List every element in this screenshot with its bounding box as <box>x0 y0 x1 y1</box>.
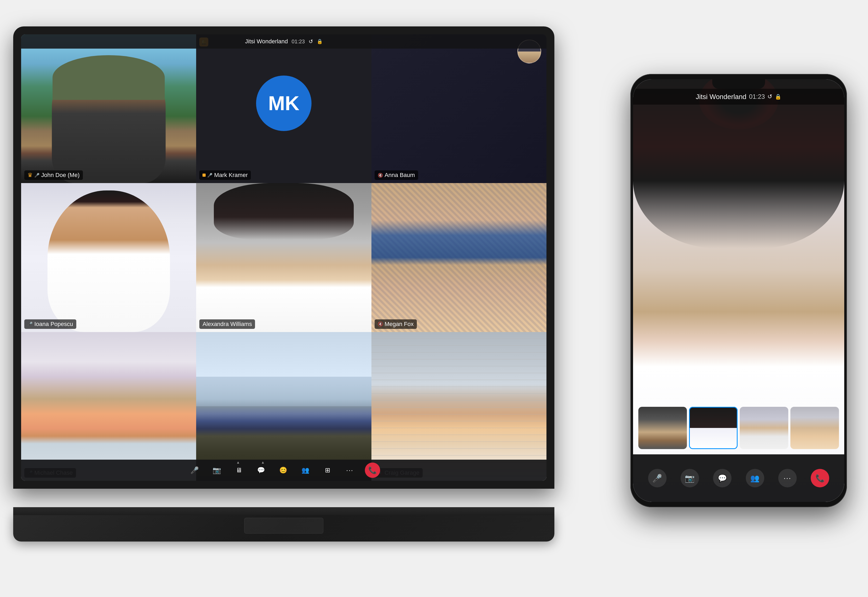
john-doe-label: ♛ 🎤 John Doe (Me) <box>24 170 83 180</box>
phone-thumb-1[interactable] <box>638 407 687 449</box>
cell-john-doe[interactable]: ♛ 🎤 John Doe (Me) <box>21 34 196 183</box>
scene: Jitsi Wonderland 01:23 ↺ 🔒 <box>0 0 868 597</box>
laptop-base <box>13 512 554 542</box>
mic-icon-mark: 🎤 <box>207 173 212 178</box>
phone-mic-button[interactable]: 🎤 <box>648 469 667 487</box>
laptop-title: Jitsi Wonderland <box>245 38 288 45</box>
ioana-name: Ioana Popescu <box>34 321 73 328</box>
end-call-button[interactable]: 📞 <box>365 463 380 478</box>
cell-ioana-popescu[interactable]: 🎤 Ioana Popescu <box>21 183 196 332</box>
reload-icon[interactable]: ↺ <box>309 38 313 45</box>
megan-fox-label: 🔇 Megan Fox <box>375 319 417 329</box>
screen-share-button[interactable]: 🖥 <box>232 463 246 477</box>
cell-alexandra-williams[interactable]: Alexandra Williams <box>196 183 371 332</box>
chat-button[interactable]: 💬 <box>254 463 268 477</box>
michael-bg <box>21 332 196 481</box>
alexandra-williams-label: Alexandra Williams <box>199 319 255 329</box>
alexandra-name: Alexandra Williams <box>203 321 252 328</box>
phone-thumb-alexandra[interactable] <box>689 407 738 449</box>
mark-kramer-label: 🎤 Mark Kramer <box>199 170 251 180</box>
john-cap <box>53 55 165 100</box>
laptop-screen: Jitsi Wonderland 01:23 ↺ 🔒 <box>21 34 547 481</box>
alexandra-hair <box>214 183 354 240</box>
mic-up-arrow: ▲ <box>236 460 240 464</box>
megan-name: Megan Fox <box>385 321 414 328</box>
trackpad[interactable] <box>244 518 323 534</box>
mic-button[interactable]: 🎤 <box>187 463 202 477</box>
beanie-bg <box>196 332 371 481</box>
cell-unknown-beanie[interactable] <box>196 332 371 481</box>
cell-michael-chase[interactable]: 🎤 Michael Chase <box>21 332 196 481</box>
phone-toolbar: 🎤 📷 💬 👥 ··· 📞 <box>633 454 844 502</box>
mark-orange-dot <box>203 174 206 177</box>
phone-thumb-4[interactable] <box>790 407 839 449</box>
laptop-hinge <box>13 507 554 515</box>
mic-muted-icon: 🔇 <box>378 173 383 178</box>
phone-camera-button[interactable]: 📷 <box>681 469 699 487</box>
anna-baum-label: 🔇 Anna Baum <box>375 170 418 180</box>
laptop-header-bar: Jitsi Wonderland 01:23 ↺ 🔒 <box>21 34 547 49</box>
phone-title: Jitsi Wonderland <box>696 93 747 101</box>
cell-craig-garage[interactable]: 🔇 Craig Garage <box>372 332 547 481</box>
phone-body: Jitsi Wonderland 01:23 ↺ 🔒 <box>630 74 847 507</box>
laptop-time: 01:23 <box>292 39 305 45</box>
phone-people-button[interactable]: 👥 <box>746 469 764 487</box>
cell-anna-baum[interactable]: 🔇 Anna Baum <box>372 34 547 183</box>
mark-initials: MK <box>268 92 299 114</box>
mark-avatar-circle: MK <box>256 76 311 131</box>
mic-muted-icon-megan: 🔇 <box>378 321 383 327</box>
phone-more-button[interactable]: ··· <box>778 469 797 487</box>
phone-screen: Jitsi Wonderland 01:23 ↺ 🔒 <box>633 79 844 502</box>
john-doe-name: John Doe (Me) <box>41 172 80 178</box>
people-button[interactable]: 👥 <box>298 463 313 477</box>
phone-thumbnail-strip <box>638 407 839 449</box>
camera-button[interactable]: 📷 <box>210 463 224 477</box>
garage-lines <box>372 332 547 481</box>
anna-name: Anna Baum <box>385 172 415 178</box>
phone-reload-icon[interactable]: ↺ <box>767 93 772 100</box>
lock-icon: 🔒 <box>317 39 323 45</box>
cam-up-arrow: ▲ <box>261 460 265 464</box>
more-button[interactable]: ··· <box>343 463 357 477</box>
laptop: Jitsi Wonderland 01:23 ↺ 🔒 <box>13 27 554 542</box>
mic-icon-ioana: 🎤 <box>27 321 33 327</box>
laptop-body: Jitsi Wonderland 01:23 ↺ 🔒 <box>13 27 554 489</box>
phone-notch <box>712 79 765 89</box>
laptop-toolbar: ▲ ▲ 🎤 📷 🖥 💬 😊 👥 ⊞ ··· 📞 <box>21 460 547 481</box>
phone: Jitsi Wonderland 01:23 ↺ 🔒 <box>630 74 847 507</box>
grid-button[interactable]: ⊞ <box>320 463 335 477</box>
mic-icon: 🎤 <box>34 173 40 178</box>
crown-icon: ♛ <box>27 172 33 178</box>
phone-header: Jitsi Wonderland 01:23 ↺ 🔒 <box>633 89 844 105</box>
phone-time: 01:23 <box>749 93 765 100</box>
phone-thumb-3[interactable] <box>740 407 788 449</box>
mark-name: Mark Kramer <box>214 172 247 178</box>
video-grid: ♛ 🎤 John Doe (Me) 🔔 MK <box>21 34 547 481</box>
cell-mark-kramer[interactable]: 🔔 MK 🎤 Mark Kramer <box>196 34 371 183</box>
ioana-popescu-label: 🎤 Ioana Popescu <box>24 319 76 329</box>
lake <box>196 377 371 407</box>
phone-end-call-button[interactable]: 📞 <box>811 469 829 487</box>
phone-chat-button[interactable]: 💬 <box>713 469 732 487</box>
ioana-silhouette <box>47 190 170 332</box>
megan-pattern <box>372 183 547 332</box>
cell-megan-fox[interactable]: 🔇 Megan Fox <box>372 183 547 332</box>
emoji-button[interactable]: 😊 <box>276 463 290 477</box>
toolbar-up-arrows: ▲ ▲ <box>236 460 265 464</box>
phone-lock-icon: 🔒 <box>775 94 781 100</box>
